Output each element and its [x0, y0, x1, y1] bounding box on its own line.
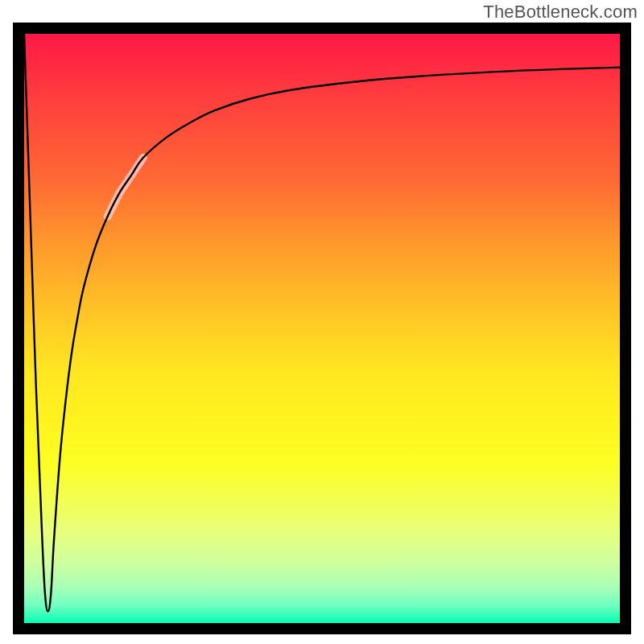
bottleneck-curve — [24, 34, 620, 611]
chart-svg — [24, 34, 620, 623]
curve-highlight-segment — [108, 158, 143, 217]
watermark-text: TheBottleneck.com — [483, 2, 638, 23]
chart-frame — [13, 23, 631, 634]
chart-plot-area — [24, 34, 620, 623]
